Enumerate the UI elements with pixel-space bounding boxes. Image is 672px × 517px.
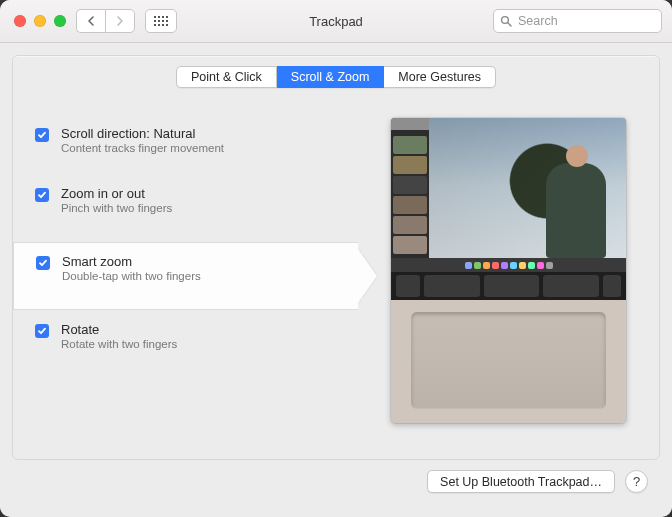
preview-photo	[429, 118, 626, 258]
close-button[interactable]	[14, 15, 26, 27]
show-all-button[interactable]	[145, 9, 177, 33]
traffic-lights	[10, 15, 66, 27]
titlebar: Trackpad	[0, 0, 672, 43]
svg-line-1	[508, 23, 511, 26]
preview-thumbnail-strip	[391, 118, 429, 258]
button-label: Set Up Bluetooth Trackpad…	[440, 475, 602, 489]
option-title: Zoom in or out	[61, 186, 172, 201]
setup-bluetooth-trackpad-button[interactable]: Set Up Bluetooth Trackpad…	[427, 470, 615, 493]
inner-panel: Point & Click Scroll & Zoom More Gesture…	[12, 55, 660, 460]
checkmark-icon	[38, 258, 48, 268]
option-subtitle: Double-tap with two fingers	[62, 270, 201, 282]
preview-column	[376, 108, 641, 459]
help-icon: ?	[633, 474, 640, 489]
checkbox-smart-zoom[interactable]	[36, 256, 50, 270]
body-columns: Scroll direction: Natural Content tracks…	[13, 88, 659, 459]
checkmark-icon	[37, 130, 47, 140]
tab-point-and-click[interactable]: Point & Click	[176, 66, 277, 88]
checkmark-icon	[37, 326, 47, 336]
chevron-right-icon	[116, 16, 124, 26]
checkbox-scroll-direction[interactable]	[35, 128, 49, 142]
option-smart-zoom[interactable]: Smart zoom Double-tap with two fingers	[13, 242, 358, 310]
checkbox-zoom[interactable]	[35, 188, 49, 202]
option-subtitle: Content tracks finger movement	[61, 142, 224, 154]
option-title: Smart zoom	[62, 254, 201, 269]
help-button[interactable]: ?	[625, 470, 648, 493]
options-list: Scroll direction: Natural Content tracks…	[13, 108, 358, 459]
prefs-window: Trackpad Point & Click Scroll & Zoom Mor…	[0, 0, 672, 517]
preview-trackpad-area	[391, 300, 626, 423]
footer: Set Up Bluetooth Trackpad… ?	[12, 460, 660, 505]
content-area: Point & Click Scroll & Zoom More Gesture…	[0, 43, 672, 517]
grid-icon	[154, 16, 169, 27]
checkmark-icon	[37, 190, 47, 200]
tabbar: Point & Click Scroll & Zoom More Gesture…	[13, 66, 659, 88]
forward-button[interactable]	[105, 9, 135, 33]
tab-label: More Gestures	[398, 70, 481, 84]
search-field[interactable]	[493, 9, 662, 33]
option-scroll-direction[interactable]: Scroll direction: Natural Content tracks…	[13, 118, 358, 178]
preview-dock	[391, 258, 626, 272]
zoom-button[interactable]	[54, 15, 66, 27]
option-rotate[interactable]: Rotate Rotate with two fingers	[13, 314, 358, 374]
minimize-button[interactable]	[34, 15, 46, 27]
option-title: Rotate	[61, 322, 177, 337]
nav-buttons	[76, 9, 135, 33]
checkbox-rotate[interactable]	[35, 324, 49, 338]
search-input[interactable]	[516, 13, 655, 29]
option-subtitle: Pinch with two fingers	[61, 202, 172, 214]
chevron-left-icon	[87, 16, 95, 26]
tab-label: Point & Click	[191, 70, 262, 84]
gesture-preview	[391, 118, 626, 423]
back-button[interactable]	[76, 9, 105, 33]
option-zoom[interactable]: Zoom in or out Pinch with two fingers	[13, 178, 358, 238]
preview-person	[546, 163, 606, 258]
search-icon	[500, 15, 512, 27]
preview-screen	[391, 118, 626, 258]
tab-scroll-and-zoom[interactable]: Scroll & Zoom	[277, 66, 385, 88]
option-title: Scroll direction: Natural	[61, 126, 224, 141]
tab-more-gestures[interactable]: More Gestures	[384, 66, 496, 88]
preview-trackpad	[411, 312, 606, 409]
preview-touchbar	[391, 272, 626, 300]
option-subtitle: Rotate with two fingers	[61, 338, 177, 350]
tab-label: Scroll & Zoom	[291, 70, 370, 84]
